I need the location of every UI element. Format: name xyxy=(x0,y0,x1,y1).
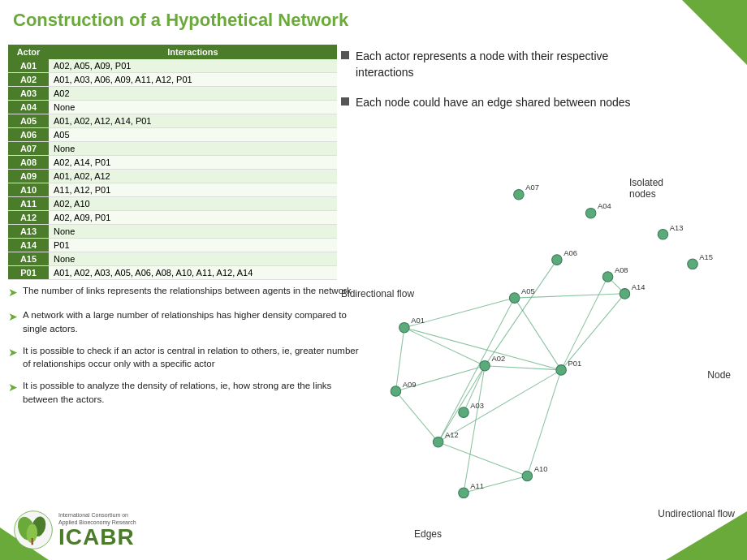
network-edge xyxy=(404,328,485,366)
table-cell-interactions: A02 xyxy=(49,87,337,101)
table-row: A12A02, A09, P01 xyxy=(8,211,337,225)
table-cell-interactions: None xyxy=(49,142,337,156)
table-cell-actor: A07 xyxy=(8,142,49,156)
table-cell-interactions: A05 xyxy=(49,128,337,142)
svg-point-20 xyxy=(459,488,469,498)
table-row: A11A02, A10 xyxy=(8,197,337,211)
table-cell-actor: A09 xyxy=(8,170,49,183)
isolated-nodes-label: Isolatednodes xyxy=(629,177,663,200)
table-cell-interactions: None xyxy=(49,101,337,114)
table-row: A05A01, A02, A12, A14, P01 xyxy=(8,114,337,128)
network-node-a11: A11 xyxy=(459,481,484,498)
bottom-bullet-text-2: A network with a large number of relatio… xyxy=(23,308,361,335)
network-node-a07: A07 xyxy=(514,183,539,199)
table-cell-actor: A04 xyxy=(8,101,49,114)
svg-text:A01: A01 xyxy=(411,316,425,325)
bottom-bullet-item-1: ➤ The number of links represents the rel… xyxy=(8,284,361,300)
table-cell-interactions: A01, A02, A12 xyxy=(49,170,337,183)
table-row: A07None xyxy=(8,142,337,156)
svg-point-8 xyxy=(509,293,520,304)
table-row: A02A01, A03, A06, A09, A11, A12, P01 xyxy=(8,73,337,87)
logo-big-text: ICABR xyxy=(58,526,136,549)
table-cell-actor: A15 xyxy=(8,252,49,266)
table-cell-interactions: P01 xyxy=(49,239,337,252)
table-header-interactions: Interactions xyxy=(49,45,337,59)
network-node-a13: A13 xyxy=(658,223,683,239)
table-row: A13None xyxy=(8,225,337,239)
svg-point-26 xyxy=(620,289,630,299)
svg-point-22 xyxy=(433,437,443,447)
bullet-square-2 xyxy=(341,97,349,106)
bullet-text-2: Each node could have an edge shared betw… xyxy=(356,95,631,111)
table-row: A08A02, A14, P01 xyxy=(8,156,337,170)
svg-point-18 xyxy=(522,471,533,481)
table-row: A15None xyxy=(8,252,337,266)
table-cell-actor: A12 xyxy=(8,211,49,225)
table-row: A04None xyxy=(8,101,337,114)
table-cell-actor: P01 xyxy=(8,266,49,280)
bottom-bullet-text-1: The number of links represents the relat… xyxy=(23,284,352,298)
bottom-bullet-item-3: ➤ It is possible to check if an actor is… xyxy=(8,344,361,371)
svg-point-10 xyxy=(552,255,563,265)
table-cell-interactions: A02, A09, P01 xyxy=(49,211,337,225)
svg-point-12 xyxy=(514,189,525,200)
network-diagram-area: Isolatednodes Bidirectional flow Edges N… xyxy=(341,162,739,544)
network-svg: A01A02A03A04A05A06A07A08A09A10A11A12A13A… xyxy=(341,162,739,544)
edges-label: Edges xyxy=(414,528,442,540)
label-undirectional-flow: Undirectional flow xyxy=(658,508,735,519)
undirectional-flow-label: Undirectional flow xyxy=(658,508,735,519)
table-cell-actor: A01 xyxy=(8,59,49,73)
svg-point-14 xyxy=(602,272,613,282)
svg-text:A08: A08 xyxy=(615,265,628,274)
svg-point-30 xyxy=(556,365,567,376)
arrow-icon-2: ➤ xyxy=(8,308,18,325)
logo-area: International Consortium on Applied Bioe… xyxy=(13,510,136,550)
table-cell-interactions: A01, A02, A03, A05, A06, A08, A10, A11, … xyxy=(49,266,337,280)
svg-text:A03: A03 xyxy=(470,401,484,410)
svg-text:A02: A02 xyxy=(491,354,505,363)
bullet-item-1: Each actor represents a node with their … xyxy=(341,49,633,80)
network-edge xyxy=(561,277,607,370)
bottom-bullet-item-4: ➤ It is possible to analyze the density … xyxy=(8,379,361,406)
svg-point-4 xyxy=(459,407,469,418)
network-node-p01: P01 xyxy=(556,359,581,375)
network-edge xyxy=(438,298,515,442)
network-node-a08: A08 xyxy=(602,265,628,282)
network-node-a10: A10 xyxy=(522,464,547,480)
table-cell-interactions: A02, A14, P01 xyxy=(49,156,337,170)
table-cell-actor: A14 xyxy=(8,239,49,252)
svg-text:A11: A11 xyxy=(470,481,484,490)
table-cell-actor: A11 xyxy=(8,197,49,211)
svg-text:A07: A07 xyxy=(525,183,539,192)
svg-point-28 xyxy=(688,259,698,269)
icabr-logo-icon xyxy=(13,510,54,550)
bullet-square-1 xyxy=(341,51,349,59)
svg-rect-36 xyxy=(32,538,34,545)
logo-text-container: International Consortium on Applied Bioe… xyxy=(58,511,136,549)
bullets-container: Each actor represents a node with their … xyxy=(341,49,633,126)
network-node-a01: A01 xyxy=(399,316,425,332)
table-cell-interactions: A01, A02, A12, A14, P01 xyxy=(49,114,337,128)
network-edge xyxy=(395,391,438,442)
table-row: P01A01, A02, A03, A05, A06, A08, A10, A1… xyxy=(8,266,337,280)
actors-table-container: Actor Interactions A01A02, A05, A09, P01… xyxy=(8,45,337,280)
bottom-bullet-text-4: It is possible to analyze the density of… xyxy=(23,379,361,406)
corner-decoration-top-right xyxy=(682,0,747,65)
table-cell-interactions: A01, A03, A06, A09, A11, A12, P01 xyxy=(49,73,337,87)
svg-text:A12: A12 xyxy=(445,430,459,439)
svg-point-2 xyxy=(480,360,490,371)
page-title: Construction of a Hypothetical Network xyxy=(13,10,348,31)
arrow-icon-4: ➤ xyxy=(8,379,18,395)
table-cell-interactions: None xyxy=(49,252,337,266)
table-cell-actor: A03 xyxy=(8,87,49,101)
svg-text:P01: P01 xyxy=(568,359,581,368)
network-node-a15: A15 xyxy=(688,252,713,269)
table-row: A06A05 xyxy=(8,128,337,142)
bidirectional-flow-label: Bidirectional flow xyxy=(341,288,414,299)
table-header-actor: Actor xyxy=(8,45,49,59)
network-edge xyxy=(485,260,557,366)
svg-point-24 xyxy=(658,230,668,240)
svg-text:A10: A10 xyxy=(534,464,548,473)
table-row: A03A02 xyxy=(8,87,337,101)
network-edge xyxy=(438,442,528,476)
